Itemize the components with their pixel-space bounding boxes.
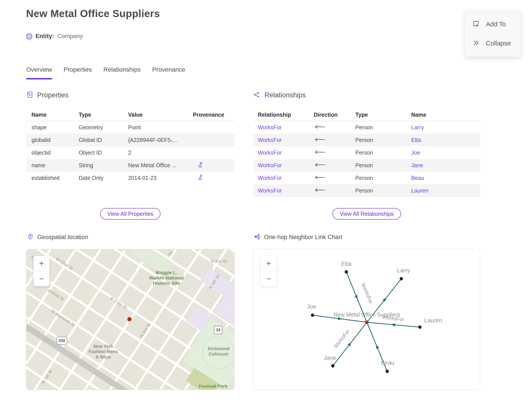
tab-overview[interactable]: Overview (26, 66, 52, 79)
property-value: {A228944F-0EF5-... (128, 137, 193, 143)
property-name: name (32, 162, 79, 169)
view-all-properties-wrap: View All Properties (26, 208, 234, 220)
link-chart-panel[interactable]: + − WorksForWorksForWorksForEttaLarryJoe… (253, 249, 480, 390)
properties-table-header: Name Type Value Provenance (26, 109, 234, 121)
property-row: shapeGeometryPoint (26, 121, 234, 134)
link-chart-zoom-out-button[interactable]: − (261, 271, 277, 286)
property-type: Object ID (79, 149, 128, 156)
relationships-section-title: Relationships (265, 91, 306, 99)
relationship-row: WorksForPersonJoe (253, 146, 480, 159)
graph-node-larry[interactable] (400, 277, 403, 280)
direction-arrow-icon (314, 175, 355, 181)
page-title: New Metal Office Suppliers (26, 7, 160, 20)
column-header: Type (79, 112, 128, 118)
property-name: shape (32, 124, 79, 131)
relationship-row: WorksForPersonBeau (253, 172, 480, 184)
property-row: globalidGlobal ID{A228944F-0EF5-... (26, 134, 234, 146)
property-row: establishedDate Only2014-01-23 (26, 172, 234, 184)
svg-text:33: 33 (216, 328, 220, 332)
route-shield: 33 (214, 326, 222, 334)
tab-properties[interactable]: Properties (64, 66, 92, 79)
property-type: String (79, 162, 128, 169)
graph-node-lauren[interactable] (418, 325, 422, 329)
relationship-link[interactable]: WorksFor (258, 124, 314, 131)
direction-arrow-icon (314, 187, 355, 194)
map-entity-marker[interactable] (127, 317, 132, 321)
column-header: Name (32, 112, 79, 118)
property-provenance (193, 175, 234, 182)
related-entity-type: Person (355, 187, 411, 194)
entity-summary: Entity: Company (26, 33, 83, 40)
relationship-link[interactable]: WorksFor (258, 187, 314, 194)
column-header: Type (355, 112, 411, 118)
property-value: 2 (128, 149, 193, 156)
related-entity-link[interactable]: Larry (411, 124, 480, 131)
double-chevron-right-icon (472, 39, 480, 48)
related-entity-link[interactable]: Joe (411, 149, 480, 156)
tab-provenance[interactable]: Provenance (152, 66, 185, 79)
add-to-icon (472, 20, 480, 29)
property-type: Geometry (79, 124, 128, 131)
geospatial-section-header: Geospatial location (27, 233, 88, 241)
map-zoom-control: + − (33, 256, 49, 286)
svg-text:250: 250 (59, 338, 65, 343)
graph-center-node[interactable] (365, 320, 369, 324)
floating-actions-panel: Add To Collapse (465, 11, 520, 57)
properties-icon (26, 91, 34, 99)
related-entity-link[interactable]: Beau (411, 175, 480, 181)
street-label: N 3rd St (211, 259, 227, 263)
column-header: Provenance (193, 112, 234, 118)
properties-section-header: Properties (26, 91, 68, 99)
tab-bar: OverviewPropertiesRelationshipsProvenanc… (26, 66, 185, 79)
link-chart[interactable]: WorksForWorksForWorksForEttaLarryJoeLaur… (253, 249, 480, 390)
graph-node-etta[interactable] (345, 270, 348, 273)
entity-type-value: Company (57, 33, 83, 40)
relationship-row: WorksForPersonLarry (253, 121, 480, 134)
entity-type-icon (26, 33, 32, 40)
provenance-flag-icon[interactable] (197, 175, 203, 182)
related-entity-link[interactable]: Lauren (411, 187, 480, 194)
graph-node-label: Etta (341, 261, 352, 267)
link-chart-section-header: One-hop Neighbor Link Chart (254, 233, 342, 241)
graph-node-label: Joe (307, 304, 316, 310)
tab-relationships[interactable]: Relationships (103, 66, 140, 79)
graph-node-beau[interactable] (386, 370, 389, 373)
related-entity-link[interactable]: Jane (411, 162, 480, 169)
view-all-relationships-button[interactable]: View All Relationships (332, 208, 401, 220)
direction-arrow-icon (314, 137, 355, 143)
property-name: globalid (32, 137, 79, 143)
column-header: Value (128, 112, 193, 118)
add-to-label: Add To (486, 21, 506, 28)
map-zoom-in-button[interactable]: + (33, 256, 49, 271)
map-pin-icon (27, 233, 34, 241)
view-all-properties-button[interactable]: View All Properties (100, 208, 160, 220)
related-entity-type: Person (355, 137, 411, 143)
relationship-link[interactable]: WorksFor (258, 175, 314, 181)
map-panel[interactable]: + − k RdW Clay StSaarshall StW Marshall … (26, 249, 234, 390)
entity-detail-page: New Metal Office Suppliers Entity: Compa… (0, 0, 532, 405)
basemap[interactable]: k RdW Clay StSaarshall StW Marshall StE … (26, 249, 234, 390)
map-zoom-out-button[interactable]: − (33, 271, 49, 286)
link-chart-zoom-in-button[interactable]: + (261, 256, 277, 271)
relationship-link[interactable]: WorksFor (258, 162, 314, 169)
relationship-row: WorksForPersonLauren (253, 184, 480, 197)
graph-node-joe[interactable] (311, 314, 314, 317)
relationship-link[interactable]: WorksFor (258, 149, 314, 156)
property-name: established (32, 175, 79, 181)
relationships-table-header: Relationship Direction Type Name (253, 109, 480, 121)
add-to-button[interactable]: Add To (465, 15, 520, 34)
property-value: Point (128, 124, 193, 131)
properties-table: Name Type Value Provenance shapeGeometry… (26, 109, 234, 184)
graph-node-label: Jane (324, 355, 336, 361)
route-shield: 250 (57, 337, 67, 344)
relationship-link[interactable]: WorksFor (258, 137, 314, 143)
property-row: objectidObject ID2 (26, 146, 234, 159)
related-entity-link[interactable]: Etta (411, 137, 480, 143)
provenance-flag-icon[interactable] (197, 162, 203, 169)
graph-node-jane[interactable] (331, 364, 334, 368)
relationships-table-body: WorksForPersonLarryWorksForPersonEttaWor… (253, 121, 480, 197)
direction-arrow-icon (314, 124, 355, 131)
collapse-button[interactable]: Collapse (465, 34, 520, 53)
related-entity-type: Person (355, 149, 411, 156)
related-entity-type: Person (355, 124, 411, 131)
